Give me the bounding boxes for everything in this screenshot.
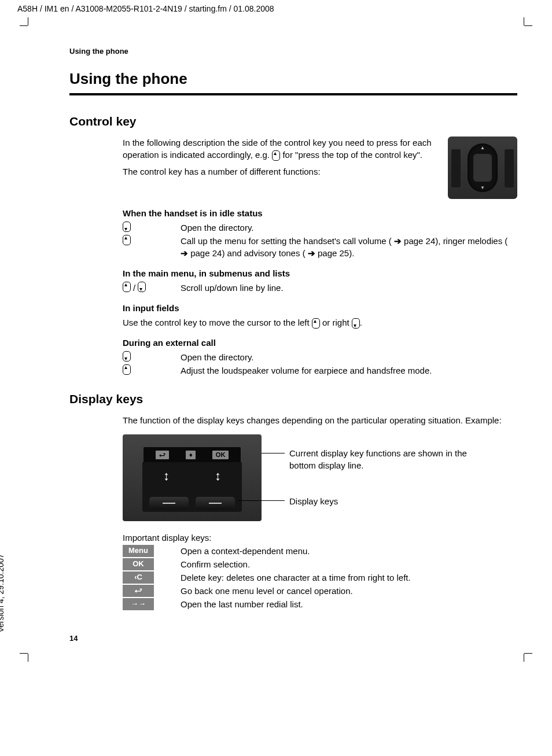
control-key-up-icon [123, 282, 131, 292]
subhead-external-call: During an external call [123, 337, 517, 349]
idle-row-volume: Call up the menu for setting the handset… [123, 235, 517, 259]
callout-line [262, 453, 285, 453]
control-key-image [448, 137, 517, 199]
control-key-up-icon [123, 364, 131, 375]
key-row-delete: ‹C Delete key: deletes one character at … [123, 571, 517, 584]
key-row-redial: →→ Open the last number redial list. [123, 598, 517, 610]
slash-separator: / [133, 282, 135, 294]
screen-bottom-line: ⮐ ♦ OK [143, 447, 241, 462]
cropmark [28, 17, 36, 25]
document-header: A58H / IM1 en / A31008-M2055-R101-2-4N19… [0, 0, 274, 15]
title-rule [69, 93, 517, 95]
display-keys-figure: ⮐ ♦ OK ↕ ↕ Current display key functions… [123, 434, 517, 521]
softkey-right [196, 497, 235, 510]
ok-key-badge: OK [123, 558, 154, 570]
updown-icon: ♦ [186, 451, 196, 459]
input-fields-text: Use the control key to move the cursor t… [123, 316, 517, 329]
cropmark [516, 17, 524, 25]
double-arrow-icon: ↕ [163, 467, 170, 485]
important-keys-label: Important display keys: [123, 532, 517, 544]
key-row-menu: Menu Open a context-dependent menu. [123, 545, 517, 557]
control-key-up-icon [272, 150, 280, 161]
section-control-key: Control key [69, 113, 517, 130]
control-key-up-icon [312, 318, 320, 329]
subhead-input: In input fields [123, 302, 517, 314]
page-title: Using the phone [69, 68, 517, 89]
callout-displaykeys: Display keys [289, 495, 338, 507]
call-row-directory: Open the directory. [123, 351, 517, 363]
ok-label: OK [212, 451, 229, 459]
control-key-up-icon [123, 235, 131, 245]
menu-key-badge: Menu [123, 545, 154, 556]
arrow-right-icon: ➔ [181, 248, 188, 258]
redial-key-badge: →→ [123, 598, 154, 610]
arrow-right-icon: ➔ [394, 236, 402, 246]
control-key-down-icon [123, 222, 131, 232]
control-key-down-icon [138, 282, 146, 292]
subhead-idle: When the handset is in idle status [123, 207, 517, 219]
control-key-intro: In the following description the side of… [123, 137, 439, 161]
display-keys-intro: The function of the display keys changes… [123, 414, 517, 426]
menu-row-scroll: / Scroll up/down line by line. [123, 282, 517, 294]
key-row-back: ⮐ Go back one menu level or cancel opera… [123, 585, 517, 597]
key-row-ok: OK Confirm selection. [123, 558, 517, 570]
subhead-mainmenu: In the main menu, in submenus and lists [123, 267, 517, 279]
section-display-keys: Display keys [69, 390, 517, 407]
control-key-down-icon [352, 318, 360, 329]
page-number: 14 [69, 633, 517, 644]
double-arrow-icon: ↕ [215, 467, 221, 485]
callout-functions: Current display key functions are shown … [289, 447, 474, 471]
running-head: Using the phone [69, 46, 517, 57]
callout-line [238, 500, 285, 501]
call-row-volume: Adjust the loudspeaker volume for earpie… [123, 364, 517, 377]
idle-row-directory: Open the directory. [123, 222, 517, 234]
back-key-badge: ⮐ [123, 585, 154, 596]
back-icon: ⮐ [156, 451, 169, 459]
control-key-down-icon [123, 351, 131, 362]
softkey-left [149, 497, 189, 510]
control-key-functions: The control key has a number of differen… [123, 165, 439, 178]
delete-key-badge: ‹C [123, 571, 154, 583]
arrow-right-icon: ➔ [308, 248, 315, 258]
